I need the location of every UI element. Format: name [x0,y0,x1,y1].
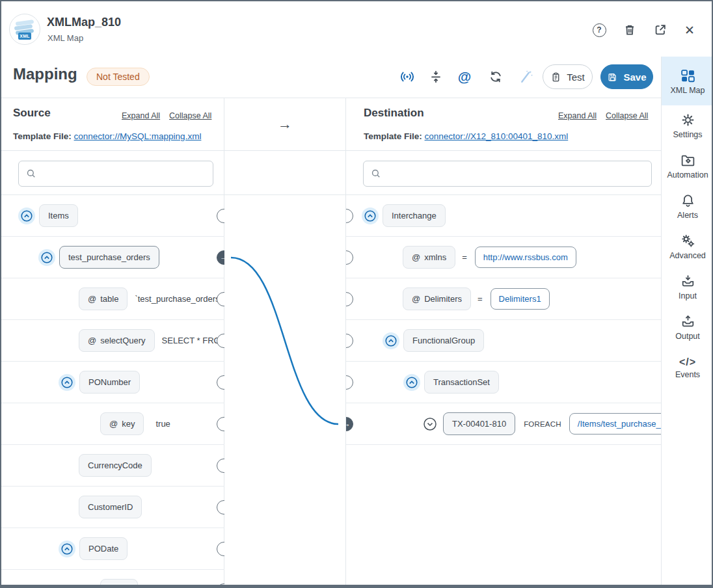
tree-node-chip-partial[interactable] [100,579,138,585]
destination-search-input[interactable] [387,168,645,180]
tree-node-chip[interactable]: Interchange [383,204,446,227]
collapse-node-button[interactable] [18,207,35,224]
source-expand-all-link[interactable]: Expand All [122,111,160,120]
sidebar-item-xml-map[interactable]: XML Map [662,57,713,105]
tree-row-functionalgroup: FunctionalGroup [346,320,661,362]
sidebar-item-alerts[interactable]: Alerts [662,186,713,226]
expand-node-button[interactable] [422,416,438,432]
connection-port-connected[interactable]: → [217,250,224,265]
connection-port[interactable] [217,583,224,585]
tree-row-partial [1,570,224,585]
connection-port[interactable] [217,334,224,348]
source-template-link[interactable]: connector://MySQL:mapping.xml [74,131,202,141]
connection-port[interactable] [346,375,353,390]
gears-icon [680,233,696,249]
connection-port[interactable] [217,417,224,431]
sidebar-item-settings[interactable]: Settings [662,105,713,146]
close-button[interactable]: ✕ [680,21,699,39]
connection-port[interactable] [217,375,224,390]
refresh-icon [488,69,504,85]
test-button-label: Test [567,72,585,83]
attr-value-input[interactable]: Delimiters1 [491,288,550,310]
trash-icon [623,23,637,37]
window-title: XMLMap_810 [47,16,121,29]
source-search [18,161,213,187]
connection-port[interactable] [217,500,224,514]
tree-attr-chip[interactable]: @key [100,412,144,435]
connection-port[interactable] [346,209,353,223]
tree-attr-chip[interactable]: @xmlns [403,246,455,269]
chevron-up-circle-icon [61,376,74,389]
chevron-up-circle-icon [364,209,377,222]
delete-button[interactable] [620,21,639,39]
chevron-up-circle-icon [384,334,397,347]
equals-sign: = [478,294,483,304]
save-button[interactable]: Save [600,64,653,89]
search-icon [370,168,382,180]
divider [1,150,661,151]
tree-attr-chip[interactable]: @selectQuery [79,329,155,352]
save-button-label: Save [623,72,646,83]
auto-map-button[interactable] [516,67,537,87]
collapse-node-button[interactable] [59,541,75,557]
compress-button[interactable] [425,67,446,87]
tree-node-chip[interactable]: TX-00401-810 [443,412,515,435]
attr-value-input[interactable]: http://www.rssbus.com [475,247,576,268]
tree-attr-chip[interactable]: @Delimiters [403,287,471,310]
connection-port[interactable] [217,459,224,473]
sidebar-item-output[interactable]: Output [662,307,713,347]
source-search-input[interactable] [42,168,206,180]
collapse-node-button[interactable] [362,207,379,224]
sidebar-item-automation[interactable]: Automation [662,146,713,186]
at-icon: @ [412,294,420,304]
destination-collapse-all-link[interactable]: Collapse All [606,111,648,120]
refresh-button[interactable] [485,67,506,87]
tree-node-chip[interactable]: CurrencyCode [79,454,152,477]
sidebar-item-label: Input [679,291,697,301]
connector-logo: XML [9,14,40,45]
tree-node-chip[interactable]: test_purchase_orders [59,246,159,269]
collapse-node-button[interactable] [383,332,399,349]
attr-name: table [100,294,118,304]
sidebar-item-advanced[interactable]: Advanced [662,226,713,267]
attribute-button[interactable]: @ [454,67,475,87]
connection-port[interactable] [217,209,224,223]
collapse-node-button[interactable] [59,374,75,391]
tree-row-tx-00401-810: TX-00401-810 FOREACH /Items/test_purchas… [346,403,661,445]
tree-node-chip[interactable]: Items [39,204,78,227]
connection-port-connected[interactable]: → [346,417,353,431]
connection-port[interactable] [346,334,353,348]
search-icon [25,168,37,180]
destination-template-link[interactable]: connector://X12_810:00401_810.xml [425,131,569,141]
tree-attr-chip[interactable]: @table [79,287,128,310]
tree-node-chip[interactable]: PODate [79,537,128,560]
source-collapse-all-link[interactable]: Collapse All [169,111,211,120]
open-external-button[interactable] [651,21,670,39]
sidebar-item-events[interactable]: </> Events [662,347,713,388]
connection-port[interactable] [346,250,353,265]
help-button[interactable]: ? [589,21,609,39]
sidebar-item-label: XML Map [670,86,705,95]
sidebar-item-input[interactable]: Input [662,267,713,307]
bell-icon [680,193,696,209]
tree-node-chip[interactable]: FunctionalGroup [403,329,484,352]
collapse-node-button[interactable] [38,249,55,266]
source-tree: Items test_purchase_orders → @table `tes… [1,195,224,585]
connection-port[interactable] [217,542,224,556]
tree-node-chip[interactable]: TransactionSet [424,371,499,394]
destination-template-label: Template File: [364,131,422,141]
collapse-node-button[interactable] [403,374,420,391]
connection-port[interactable] [217,292,224,306]
broadcast-button[interactable] [397,67,418,87]
grid-icon [680,68,696,84]
connection-port[interactable] [346,292,353,306]
source-template-file: Template File: connector://MySQL:mapping… [13,131,201,141]
foreach-value-input[interactable]: /Items/test_purchase_... [569,413,661,434]
test-button[interactable]: Test [543,64,593,89]
at-icon: @ [412,252,420,262]
tree-node-chip[interactable]: CustomerID [79,496,142,518]
destination-expand-all-link[interactable]: Expand All [558,111,597,120]
tree-node-chip[interactable]: PONumber [79,371,140,394]
tree-row-currencycode: CurrencyCode [1,445,224,487]
tree-row-xmlns-attr: @xmlns = http://www.rssbus.com [346,237,661,278]
